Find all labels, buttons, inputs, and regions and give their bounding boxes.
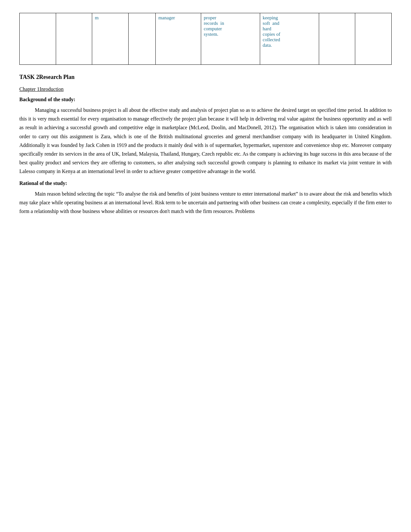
- section2-block: Rational of the study: Main reason behin…: [19, 180, 392, 216]
- task-heading-block: TASK 2Research Plan: [19, 74, 392, 81]
- table-cell-empty-3: [128, 13, 155, 65]
- table-cell-empty-5: [355, 13, 392, 65]
- table-cell-proper: properrecords incomputersystem.: [201, 13, 260, 65]
- table-container: m manager properrecords incomputersystem…: [19, 13, 392, 65]
- chapter-heading-block: Chapter 1Inroduction: [19, 86, 392, 92]
- chapter-heading: Chapter 1Inroduction: [19, 86, 392, 92]
- data-table: m manager properrecords incomputersystem…: [19, 13, 392, 65]
- table-cell-empty-2: [56, 13, 92, 65]
- table-cell-empty-1: [20, 13, 56, 65]
- section2-text: Main reason behind selecting the topic “…: [19, 189, 392, 216]
- table-cell-empty-4: [319, 13, 355, 65]
- table-cell-m: m: [92, 13, 129, 65]
- table-row: m manager properrecords incomputersystem…: [20, 13, 392, 65]
- table-cell-manager: manager: [156, 13, 201, 65]
- section2-heading: Rational of the study:: [19, 180, 392, 186]
- section1-text: Managing a successful business project i…: [19, 106, 392, 176]
- table-cell-keeping: keepingsoft andhardcopies ofcollecteddat…: [260, 13, 319, 65]
- task-heading: TASK 2Research Plan: [19, 74, 392, 81]
- section1-heading: Background of the study:: [19, 97, 392, 102]
- section1-block: Background of the study: Managing a succ…: [19, 97, 392, 176]
